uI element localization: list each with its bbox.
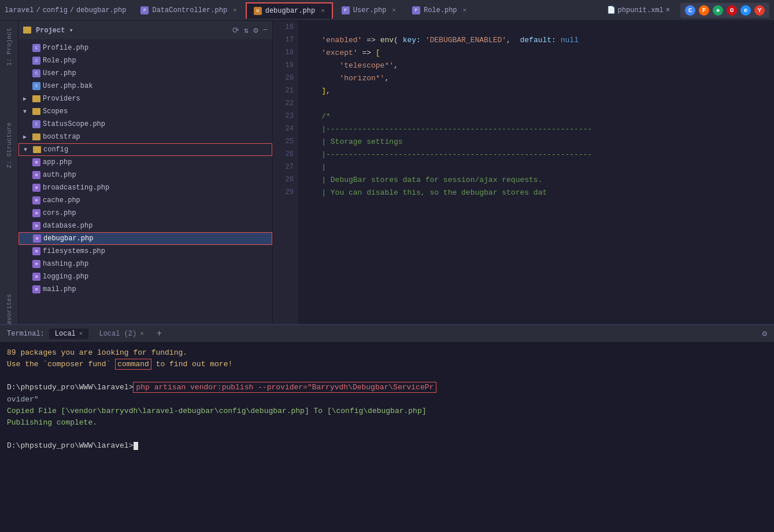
line-27: 27 [273, 161, 298, 173]
php-file-icon: C [32, 69, 40, 77]
terminal-line-4: D:\phpstudy_pro\WWW\laravel>php artisan … [7, 382, 767, 393]
php-file-icon: ⊞ [32, 158, 40, 166]
opera-icon[interactable]: O [727, 5, 737, 16]
php-file-icon: ⊞ [32, 171, 40, 179]
yandex-icon[interactable]: Y [754, 5, 765, 16]
file-cors[interactable]: ⊞ cors.php [18, 207, 272, 220]
vtab-structure[interactable]: Z: Structure [3, 118, 15, 173]
close-icon[interactable]: × [79, 330, 83, 337]
close-icon[interactable]: × [463, 7, 467, 14]
line-26: 26 [273, 148, 298, 161]
terminal-line-1: 89 packages you are looking for funding. [7, 347, 767, 359]
line-22: 22 [273, 97, 298, 110]
terminal-settings-icon[interactable]: ⚙ [762, 329, 767, 338]
chrome-icon[interactable]: C [685, 5, 695, 16]
terminal-line-9: D:\phpstudy_pro\WWW\laravel> [7, 440, 767, 452]
close-icon[interactable]: × [321, 8, 325, 14]
line-16: 16 [273, 21, 298, 34]
settings-icon[interactable]: ⚙ [253, 25, 258, 35]
code-content[interactable]: 'enabled' => env ( key: 'DEBUGBAR_ENABLE… [299, 21, 774, 324]
code-line-28: | DebugBar stores data for session/ajax … [303, 173, 774, 186]
terminal-line-3 [7, 370, 767, 382]
sort-icon[interactable]: ⇅ [244, 25, 249, 35]
vtab-favorites[interactable]: 2: Favorites [3, 289, 15, 324]
phpunit-label: phpunit.xml [618, 6, 664, 14]
editor-area: 16 17 18 19 20 21 22 23 24 25 26 27 28 2… [273, 21, 774, 324]
file-hashing[interactable]: ⊞ hashing.php [18, 258, 272, 270]
file-statusscope[interactable]: C StatusScope.php [18, 118, 272, 131]
firefox-icon[interactable]: F [699, 5, 709, 16]
file-mail[interactable]: ⊞ mail.php [18, 283, 272, 296]
close-icon[interactable]: × [233, 7, 237, 14]
folder-providers[interactable]: ▶ Providers [18, 92, 272, 105]
close-icon[interactable]: × [392, 7, 396, 14]
php-file-icon: ⊞ [32, 184, 40, 192]
sidebar: Project ▾ ⟳ ⇅ ⚙ − C Profile.php C Role.p… [18, 21, 273, 324]
php-file-icon: C [32, 44, 40, 52]
file-user-bak[interactable]: C User.php.bak [18, 80, 272, 92]
code-line-22 [303, 97, 774, 110]
file-debugbar[interactable]: ⊞ debugbar.php [18, 232, 272, 245]
tab-role[interactable]: P Role.php × [405, 2, 474, 18]
sync-icon[interactable]: ⟳ [232, 25, 239, 35]
vtab-project[interactable]: 1: Project [3, 23, 15, 70]
folder-icon [32, 133, 40, 140]
code-line-27: | [303, 161, 774, 173]
line-20: 20 [273, 72, 298, 84]
file-role[interactable]: C Role.php [18, 54, 272, 67]
file-logging[interactable]: ⊞ logging.php [18, 270, 272, 283]
arrow-icon: ▼ [23, 109, 30, 115]
tab-debugbar[interactable]: ⚙ debugbar.php × [246, 2, 333, 18]
file-broadcasting[interactable]: ⊞ broadcasting.php [18, 181, 272, 194]
terminal-tab-local2[interactable]: Local (2) × [93, 329, 149, 339]
file-tree: C Profile.php C Role.php C User.php C Us… [18, 39, 272, 324]
phpunit-icon: 📄 [607, 6, 616, 14]
terminal-header: Terminal: Local × Local (2) × + ⚙ [0, 325, 774, 343]
line-21: 21 [273, 84, 298, 97]
browser-icons: C F ◈ O e Y [680, 3, 769, 18]
main-area: 1: Project Z: Structure 2: Favorites npm… [0, 21, 774, 324]
arrow-icon: ▶ [23, 95, 30, 102]
file-profile[interactable]: C Profile.php [18, 42, 272, 54]
terminal-pane: Terminal: Local × Local (2) × + ⚙ 89 pac… [0, 324, 774, 532]
edge-icon[interactable]: ◈ [713, 5, 723, 16]
line-17: 17 [273, 34, 298, 46]
terminal-body[interactable]: 89 packages you are looking for funding.… [0, 343, 774, 532]
sidebar-icons: ⟳ ⇅ ⚙ − [232, 25, 268, 35]
sidebar-header: Project ▾ ⟳ ⇅ ⚙ − [18, 21, 272, 39]
tab-datacontroller-label: DataController.php [152, 6, 227, 14]
close-icon[interactable]: × [666, 6, 670, 14]
php-icon: P [140, 6, 149, 14]
minimize-icon[interactable]: − [263, 25, 268, 35]
php-file-icon: C [32, 82, 40, 90]
terminal-tab-local[interactable]: Local × [49, 329, 89, 339]
php-file-icon: ⊞ [32, 285, 40, 293]
tab-datacontroller[interactable]: P DataController.php × [133, 2, 244, 18]
folder-config[interactable]: ▼ config [18, 143, 272, 156]
file-cache[interactable]: ⊞ cache.php [18, 194, 272, 207]
file-app[interactable]: ⊞ app.php [18, 156, 272, 169]
folder-icon [32, 108, 40, 115]
phpunit-tab[interactable]: 📄 phpunit.xml × [601, 3, 676, 17]
vertical-tabs: 1: Project Z: Structure 2: Favorites npm [0, 21, 18, 324]
php-file-icon: ⊞ [33, 235, 41, 243]
file-auth[interactable]: ⊞ auth.php [18, 169, 272, 181]
file-filesystems[interactable]: ⊞ filesystems.php [18, 245, 272, 258]
close-icon[interactable]: × [140, 330, 144, 337]
folder-icon [32, 95, 40, 102]
php-file-icon: C [32, 57, 40, 65]
add-terminal-button[interactable]: + [157, 329, 162, 339]
code-line-24: |---------------------------------------… [303, 122, 774, 135]
code-line-17: 'enabled' => env ( key: 'DEBUGBAR_ENABLE… [303, 34, 774, 46]
ie-icon[interactable]: e [740, 5, 751, 16]
code-line-23: ▷ /* [303, 110, 774, 122]
terminal-line-5: ovider" [7, 394, 767, 405]
folder-scopes[interactable]: ▼ Scopes [18, 105, 272, 118]
php-icon: P [342, 6, 350, 14]
tab-user[interactable]: P User.php × [334, 2, 403, 18]
code-line-25: | Storage settings [303, 135, 774, 148]
file-database[interactable]: ⊞ database.php [18, 220, 272, 232]
file-user[interactable]: C User.php [18, 67, 272, 80]
terminal-line-8 [7, 429, 767, 440]
folder-bootstrap[interactable]: ▶ bootstrap [18, 131, 272, 143]
